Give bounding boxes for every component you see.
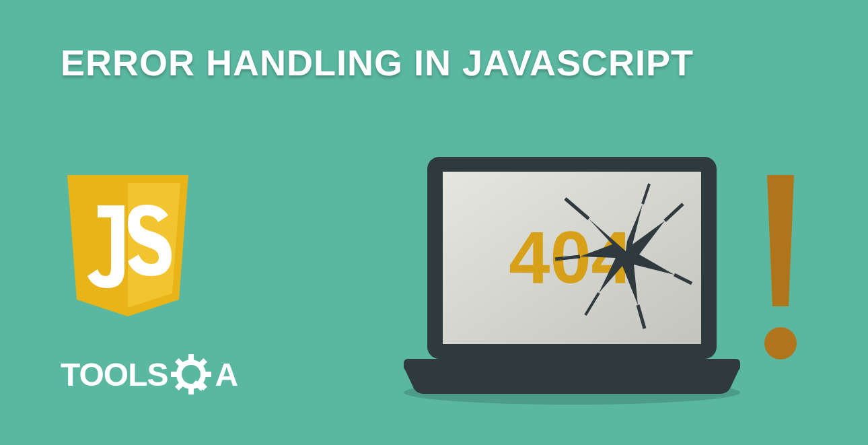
gear-icon	[170, 353, 212, 395]
svg-point-16	[764, 327, 797, 360]
javascript-logo	[61, 175, 195, 330]
laptop-illustration: 404	[390, 151, 754, 407]
page-title: ERROR HANDLING IN JAVASCRIPT	[61, 42, 694, 83]
svg-rect-15	[404, 359, 740, 371]
brand-prefix: TOOLS	[61, 356, 168, 393]
exclamation-icon	[760, 175, 801, 364]
toolsqa-logo: TOOLS A	[61, 353, 238, 395]
brand-suffix: A	[215, 356, 238, 393]
svg-point-9	[182, 365, 201, 384]
